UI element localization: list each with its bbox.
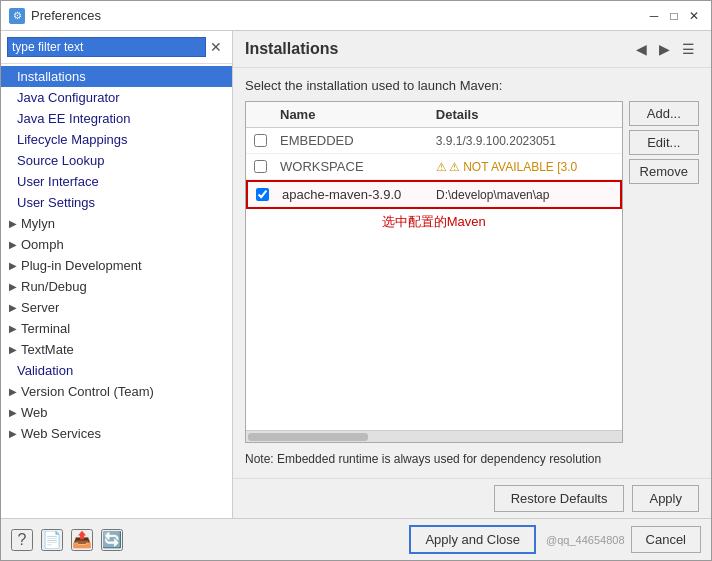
chevron-right-icon: ▶: [9, 323, 17, 334]
panel-title: Installations: [245, 40, 338, 58]
row-details-embedded: 3.9.1/3.9.100.2023051: [430, 132, 622, 150]
sidebar-item-label: Validation: [17, 363, 73, 378]
sidebar-item-label: Server: [21, 300, 59, 315]
sidebar-item-java-configurator[interactable]: Java Configurator: [1, 87, 232, 108]
bottom-right: Apply and Close @qq_44654808 Cancel: [409, 525, 701, 554]
sidebar-item-run-debug[interactable]: ▶ Run/Debug: [1, 276, 232, 297]
cancel-button[interactable]: Cancel: [631, 526, 701, 553]
row-details-maven: D:\develop\maven\ap: [430, 186, 620, 204]
export-button[interactable]: 📄: [41, 529, 63, 551]
main-content: ✕ Installations Java Configurator Java E…: [1, 31, 711, 518]
sidebar-item-validation[interactable]: Validation: [1, 360, 232, 381]
close-button[interactable]: ✕: [685, 7, 703, 25]
preferences-window: ⚙ Preferences ─ □ ✕ ✕ Installations Java…: [0, 0, 712, 561]
menu-button[interactable]: ☰: [678, 39, 699, 59]
sidebar-item-oomph[interactable]: ▶ Oomph: [1, 234, 232, 255]
sidebar-item-label: Web Services: [21, 426, 101, 441]
scrollbar-thumb[interactable]: [248, 433, 368, 441]
sidebar-item-label: Java Configurator: [17, 90, 120, 105]
sidebar-item-plugin-dev[interactable]: ▶ Plug-in Development: [1, 255, 232, 276]
row-checkbox-maven[interactable]: [248, 188, 276, 201]
side-buttons: Add... Edit... Remove: [623, 101, 699, 443]
sidebar-item-user-interface[interactable]: User Interface: [1, 171, 232, 192]
th-check: [246, 105, 274, 124]
sidebar-list: Installations Java Configurator Java EE …: [1, 64, 232, 518]
sidebar-item-web[interactable]: ▶ Web: [1, 402, 232, 423]
apply-close-button[interactable]: Apply and Close: [409, 525, 536, 554]
search-bar: ✕: [1, 31, 232, 64]
sidebar: ✕ Installations Java Configurator Java E…: [1, 31, 233, 518]
sidebar-item-java-ee[interactable]: Java EE Integration: [1, 108, 232, 129]
bottom-left-icons: ? 📄 📤 🔄: [11, 529, 123, 551]
remove-button[interactable]: Remove: [629, 159, 699, 184]
chevron-right-icon: ▶: [9, 344, 17, 355]
minimize-button[interactable]: ─: [645, 7, 663, 25]
sidebar-item-label: Run/Debug: [21, 279, 87, 294]
sidebar-item-web-services[interactable]: ▶ Web Services: [1, 423, 232, 444]
right-panel: Installations ◀ ▶ ☰ Select the installat…: [233, 31, 711, 518]
sidebar-item-label: Mylyn: [21, 216, 55, 231]
window-title: Preferences: [31, 8, 101, 23]
chevron-right-icon: ▶: [9, 260, 17, 271]
panel-toolbar: ◀ ▶ ☰: [632, 39, 699, 59]
refresh-button[interactable]: 🔄: [101, 529, 123, 551]
sidebar-item-label: User Settings: [17, 195, 95, 210]
chevron-right-icon: ▶: [9, 218, 17, 229]
chevron-right-icon: ▶: [9, 239, 17, 250]
sidebar-item-label: Java EE Integration: [17, 111, 130, 126]
row-checkbox-embedded[interactable]: [246, 134, 274, 147]
sidebar-item-server[interactable]: ▶ Server: [1, 297, 232, 318]
sidebar-item-label: User Interface: [17, 174, 99, 189]
search-clear-button[interactable]: ✕: [206, 39, 226, 55]
sidebar-item-source-lookup[interactable]: Source Lookup: [1, 150, 232, 171]
add-button[interactable]: Add...: [629, 101, 699, 126]
checkbox-embedded[interactable]: [254, 134, 267, 147]
checkbox-maven[interactable]: [256, 188, 269, 201]
table-row[interactable]: EMBEDDED 3.9.1/3.9.100.2023051: [246, 128, 622, 154]
restore-defaults-button[interactable]: Restore Defaults: [494, 485, 625, 512]
table-header: Name Details: [246, 102, 622, 128]
maximize-button[interactable]: □: [665, 7, 683, 25]
sidebar-item-label: Version Control (Team): [21, 384, 154, 399]
sidebar-item-label: Source Lookup: [17, 153, 104, 168]
titlebar-controls: ─ □ ✕: [645, 7, 703, 25]
row-name-workspace: WORKSPACE: [274, 157, 430, 176]
chevron-right-icon: ▶: [9, 386, 17, 397]
help-button[interactable]: ?: [11, 529, 33, 551]
table-and-buttons: Name Details EMBEDDED 3.9.1/3.9.100.2023…: [245, 101, 699, 443]
import-button[interactable]: 📤: [71, 529, 93, 551]
sidebar-item-user-settings[interactable]: User Settings: [1, 192, 232, 213]
table-row-maven[interactable]: apache-maven-3.9.0 D:\develop\maven\ap: [246, 180, 622, 209]
sidebar-item-lifecycle[interactable]: Lifecycle Mappings: [1, 129, 232, 150]
horizontal-scrollbar[interactable]: [246, 430, 622, 442]
panel-header: Installations ◀ ▶ ☰: [233, 31, 711, 68]
installations-table: Name Details EMBEDDED 3.9.1/3.9.100.2023…: [245, 101, 623, 443]
sidebar-item-terminal[interactable]: ▶ Terminal: [1, 318, 232, 339]
checkbox-workspace[interactable]: [254, 160, 267, 173]
titlebar: ⚙ Preferences ─ □ ✕: [1, 1, 711, 31]
table-row[interactable]: WORKSPACE ⚠⚠ NOT AVAILABLE [3.0: [246, 154, 622, 180]
row-details-workspace: ⚠⚠ NOT AVAILABLE [3.0: [430, 158, 622, 176]
th-details: Details: [430, 105, 622, 124]
warning-icon: ⚠: [436, 160, 447, 174]
apply-button[interactable]: Apply: [632, 485, 699, 512]
selected-maven-label: 选中配置的Maven: [246, 209, 622, 235]
search-input[interactable]: [7, 37, 206, 57]
th-name: Name: [274, 105, 430, 124]
watermark: @qq_44654808: [546, 534, 624, 546]
sidebar-item-mylyn[interactable]: ▶ Mylyn: [1, 213, 232, 234]
chevron-right-icon: ▶: [9, 407, 17, 418]
sidebar-item-label: Installations: [17, 69, 86, 84]
sidebar-item-label: TextMate: [21, 342, 74, 357]
titlebar-left: ⚙ Preferences: [9, 8, 101, 24]
row-checkbox-workspace[interactable]: [246, 160, 274, 173]
chevron-right-icon: ▶: [9, 428, 17, 439]
forward-button[interactable]: ▶: [655, 39, 674, 59]
edit-button[interactable]: Edit...: [629, 130, 699, 155]
chevron-right-icon: ▶: [9, 302, 17, 313]
panel-description: Select the installation used to launch M…: [245, 78, 699, 93]
sidebar-item-version-control[interactable]: ▶ Version Control (Team): [1, 381, 232, 402]
sidebar-item-installations[interactable]: Installations: [1, 66, 232, 87]
sidebar-item-textmate[interactable]: ▶ TextMate: [1, 339, 232, 360]
back-button[interactable]: ◀: [632, 39, 651, 59]
